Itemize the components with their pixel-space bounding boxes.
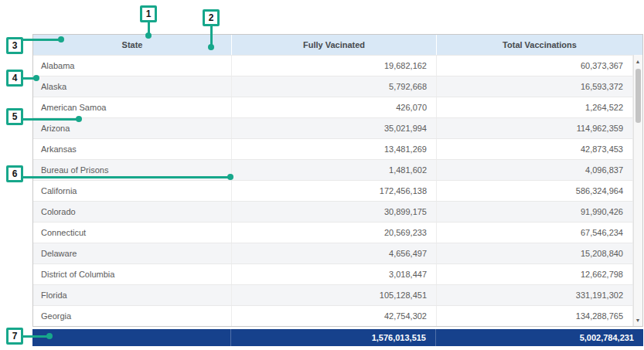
- cell-total-vaccinations: 12,662,798: [437, 264, 633, 284]
- cell-fully-vaccinated: 4,656,497: [232, 243, 437, 263]
- cell-state: Delaware: [33, 243, 232, 263]
- cell-state: Arkansas: [33, 139, 232, 159]
- cell-total-vaccinations: 586,324,964: [437, 181, 633, 201]
- cell-state: American Samoa: [33, 97, 232, 117]
- annotation-6-line: [22, 176, 228, 178]
- annotation-5-line: [22, 118, 77, 121]
- scroll-up-icon[interactable]: ▲: [634, 56, 642, 66]
- cell-total-vaccinations: 134,288,765: [437, 306, 633, 326]
- table-row[interactable]: Georgia 42,754,302 134,288,765: [33, 305, 642, 326]
- table-row[interactable]: District of Columbia 3,018,447 12,662,79…: [33, 263, 642, 284]
- cell-fully-vaccinated: 20,569,233: [232, 223, 437, 243]
- annotation-6-box: 6: [6, 165, 23, 182]
- table-header-row: State Fully Vacinated Total Vaccinations: [33, 35, 642, 55]
- annotation-7-box: 7: [6, 328, 23, 345]
- scrollbar-thumb[interactable]: [635, 69, 641, 123]
- cell-state: Georgia: [33, 306, 232, 326]
- annotation-6-dot: [227, 174, 233, 180]
- cell-state: Florida: [33, 285, 232, 305]
- cell-fully-vaccinated: 5,792,668: [232, 76, 437, 97]
- table-body: Alabama 19,682,162 60,373,367 Alaska 5,7…: [33, 55, 642, 326]
- cell-fully-vaccinated: 426,070: [232, 97, 437, 117]
- table-row[interactable]: Florida 105,128,451 331,191,302: [33, 284, 642, 305]
- table-row[interactable]: Connecticut 20,569,233 67,546,234: [33, 222, 642, 243]
- cell-state: California: [33, 181, 232, 201]
- annotation-1-box: 1: [140, 5, 157, 22]
- table-row[interactable]: American Samoa 426,070 1,264,522: [33, 97, 642, 117]
- table-row[interactable]: Alaska 5,792,668 16,593,372: [33, 76, 642, 97]
- annotation-3-dot: [58, 36, 64, 42]
- annotation-7-line: [22, 335, 48, 338]
- annotation-3-box: 3: [6, 37, 23, 54]
- cell-fully-vaccinated: 3,018,447: [232, 264, 437, 284]
- total-cell-state: [32, 329, 231, 346]
- scroll-down-icon[interactable]: ▼: [634, 314, 642, 325]
- cell-total-vaccinations: 67,546,234: [437, 223, 633, 243]
- table-total-row: 1,576,013,515 5,002,784,231: [32, 329, 643, 346]
- table-row[interactable]: California 172,456,138 586,324,964: [33, 180, 642, 201]
- cell-state: District of Columbia: [33, 264, 232, 284]
- cell-fully-vaccinated: 35,021,994: [232, 118, 437, 138]
- cell-total-vaccinations: 4,096,837: [437, 160, 633, 180]
- annotation-7-dot: [46, 333, 53, 339]
- cell-fully-vaccinated: 30,899,175: [232, 202, 437, 222]
- column-header-total-vaccinations[interactable]: Total Vaccinations: [437, 35, 642, 55]
- table-row[interactable]: Arkansas 13,481,269 42,873,453: [33, 138, 642, 159]
- annotation-3-line: [22, 39, 59, 41]
- cell-total-vaccinations: 91,990,426: [437, 202, 633, 222]
- cell-fully-vaccinated: 42,754,302: [232, 306, 437, 326]
- cell-total-vaccinations: 331,191,302: [437, 285, 633, 305]
- annotation-5-box: 5: [6, 108, 23, 125]
- cell-total-vaccinations: 42,873,453: [437, 139, 633, 159]
- annotation-5-dot: [76, 116, 82, 122]
- annotation-4-dot: [33, 75, 39, 81]
- cell-fully-vaccinated: 105,128,451: [232, 285, 437, 305]
- table-row[interactable]: Colorado 30,899,175 91,990,426: [33, 201, 642, 222]
- cell-state: Alabama: [33, 56, 232, 76]
- cell-state: Arizona: [33, 118, 232, 138]
- cell-fully-vaccinated: 1,481,602: [232, 160, 437, 180]
- data-table: State Fully Vacinated Total Vaccinations…: [32, 34, 643, 327]
- column-header-fully-vaccinated[interactable]: Fully Vacinated: [232, 35, 437, 55]
- annotation-1-dot: [145, 32, 152, 39]
- table-row[interactable]: Arizona 35,021,994 114,962,359: [33, 117, 642, 138]
- annotation-2-box: 2: [203, 9, 220, 26]
- vertical-scrollbar[interactable]: ▲ ▼: [633, 55, 642, 326]
- total-cell-fully-vaccinated: 1,576,013,515: [231, 329, 436, 346]
- annotation-4-box: 4: [6, 70, 23, 87]
- cell-total-vaccinations: 16,593,372: [437, 76, 633, 97]
- cell-total-vaccinations: 60,373,367: [437, 56, 633, 76]
- cell-state: Alaska: [33, 76, 232, 97]
- cell-state: Connecticut: [33, 223, 232, 243]
- annotation-4-line: [22, 77, 34, 80]
- cell-state: Colorado: [33, 202, 232, 222]
- cell-total-vaccinations: 114,962,359: [437, 118, 633, 138]
- cell-fully-vaccinated: 19,682,162: [232, 56, 437, 76]
- table-row[interactable]: Delaware 4,656,497 15,208,840: [33, 243, 642, 263]
- cell-fully-vaccinated: 13,481,269: [232, 139, 437, 159]
- table-row[interactable]: Alabama 19,682,162 60,373,367: [33, 55, 642, 76]
- screenshot-canvas: State Fully Vacinated Total Vaccinations…: [0, 0, 644, 350]
- annotation-2-dot: [208, 44, 214, 50]
- total-cell-total-vaccinations: 5,002,784,231: [436, 329, 643, 346]
- cell-total-vaccinations: 15,208,840: [437, 243, 633, 263]
- cell-total-vaccinations: 1,264,522: [437, 97, 633, 117]
- cell-fully-vaccinated: 172,456,138: [232, 181, 437, 201]
